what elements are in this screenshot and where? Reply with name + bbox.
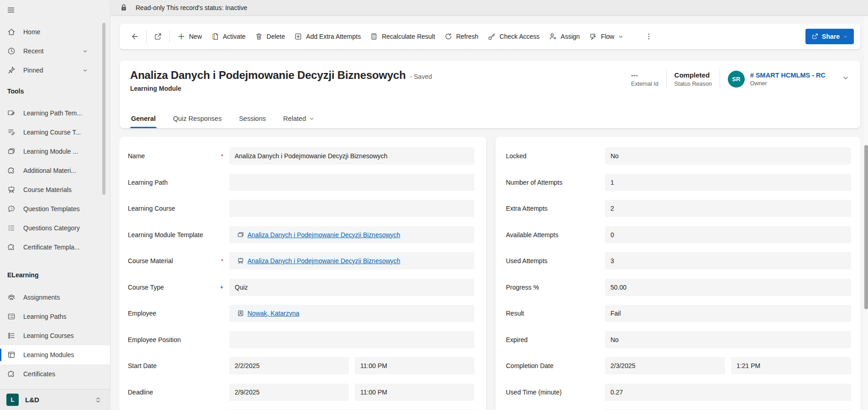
sidebar-item-learning-paths[interactable]: Learning Paths (0, 307, 110, 326)
field-label: Learning Module Template (128, 231, 203, 239)
sidebar-item-additional-materials[interactable]: Additional Materi... (0, 161, 110, 180)
learning-course-input[interactable] (229, 200, 474, 217)
tab-related[interactable]: Related (282, 115, 316, 128)
sidebar-item-label: Learning Path Tem... (23, 109, 82, 117)
puzzle-icon (7, 370, 16, 378)
divider (720, 70, 720, 88)
field-row-name: Name* Analiza Danych i Podejmowanie Decy… (128, 147, 474, 165)
deadline-time-input[interactable]: 11:00 PM (355, 384, 474, 401)
share-button[interactable]: Share (805, 29, 854, 44)
owner-link[interactable]: # SMART HCMLMS - RC (750, 72, 826, 79)
field-label: Employee Position (128, 336, 181, 343)
more-commands-button[interactable] (640, 28, 658, 45)
title-block: Analiza Danych i Podejmowanie Decyzji Bi… (130, 69, 432, 92)
name-input[interactable]: Analiza Danych i Podejmowanie Decyzji Bi… (229, 147, 474, 165)
main-scrollbar-track[interactable] (864, 16, 868, 410)
start-time-input[interactable]: 11:00 PM (355, 357, 474, 374)
person-badge-icon (237, 310, 244, 317)
windows-stack-icon (7, 147, 16, 156)
learning-module-template-input[interactable]: Analiza Danych i Podejmowanie Decyzji Bi… (229, 226, 474, 244)
status-reason-field: Completed Status Reason (674, 71, 712, 87)
collapse-header-button[interactable] (842, 74, 849, 83)
deadline-date-input[interactable]: 2/9/2025 (229, 384, 349, 401)
sidebar-item-learning-module-templates[interactable]: Learning Module ... (0, 142, 110, 161)
field-row-course-material: Course Material* Analiza Danych i Podejm… (128, 252, 474, 270)
delete-button[interactable]: Delete (250, 28, 289, 45)
share-icon (811, 33, 819, 40)
add-extra-attempts-button[interactable]: Add Extra Attempts (289, 28, 365, 45)
start-date-input[interactable]: 2/2/2025 (229, 357, 349, 374)
course-type-input[interactable]: Quiz (229, 279, 474, 296)
back-arrow-icon (131, 32, 139, 41)
sidebar-item-assignments[interactable]: Assignments (0, 288, 110, 307)
used-time-input[interactable]: 0.27 (605, 384, 851, 401)
locked-input[interactable]: No (605, 147, 851, 165)
status-reason-label: Status Reason (674, 81, 712, 87)
completion-time-input[interactable]: 1:21 PM (731, 357, 851, 374)
record-header: Analiza Danych i Podejmowanie Decyzji Bi… (120, 61, 860, 128)
new-button[interactable]: New (173, 28, 206, 45)
employee-position-input[interactable] (229, 331, 474, 348)
learning-path-input[interactable] (229, 174, 474, 191)
sidebar-item-certificate-templates[interactable]: Certificate Templa... (0, 238, 110, 257)
assign-person-icon (549, 32, 557, 41)
employee-input[interactable]: Nowak, Katarzyna (229, 305, 474, 322)
chevron-updown-icon[interactable] (95, 396, 102, 404)
sidebar-item-learning-path-templates[interactable]: Learning Path Tem... (0, 104, 110, 123)
sidebar-item-questions-category[interactable]: Questions Category (0, 218, 110, 238)
divider (146, 30, 147, 43)
sidebar-item-certificates[interactable]: Certificates (0, 364, 110, 384)
sidebar-item-label: Course Materials (23, 186, 72, 193)
field-label: Progress % (506, 284, 539, 291)
sidebar-item-recent[interactable]: Recent (0, 42, 110, 61)
sidebar-item-label: Certificate Templa... (23, 244, 79, 251)
refresh-button[interactable]: Refresh (440, 28, 483, 45)
tab-quiz-responses[interactable]: Quiz Responses (172, 115, 222, 128)
sidebar-item-learning-course-templates[interactable]: Learning Course T... (0, 123, 110, 142)
check-access-button[interactable]: Check Access (483, 28, 544, 45)
main-scrollbar-thumb[interactable] (864, 145, 868, 309)
chevron-down-icon (309, 116, 315, 122)
course-material-input[interactable]: Analiza Danych i Podejmowanie Decyzji Bi… (229, 252, 474, 270)
course-material-link[interactable]: Analiza Danych i Podejmowanie Decyzji Bi… (247, 257, 400, 265)
field-label: Learning Path (128, 179, 168, 186)
content-area: New Activate Delete Add Extra Attempts (110, 16, 868, 410)
used-attempts-input[interactable]: 3 (605, 252, 851, 270)
hamburger-menu-button[interactable] (0, 0, 110, 19)
puzzle-icon (7, 166, 16, 175)
back-button[interactable] (126, 28, 143, 45)
sidebar-item-home[interactable]: Home (0, 22, 110, 42)
extra-attempts-input[interactable]: 2 (605, 200, 851, 217)
avatar: SR (728, 71, 745, 88)
sidebar-item-learning-modules[interactable]: Learning Modules (0, 345, 110, 364)
assign-button[interactable]: Assign (544, 28, 584, 45)
learning-module-template-link[interactable]: Analiza Danych i Podejmowanie Decyzji Bi… (247, 231, 400, 239)
refresh-icon (444, 32, 452, 41)
sidebar-item-label: Pinned (23, 67, 43, 74)
chevron-down-icon[interactable] (82, 48, 88, 54)
tab-sessions[interactable]: Sessions (238, 115, 267, 128)
expired-input[interactable]: No (605, 331, 851, 348)
recalculate-result-button[interactable]: Recalculate Result (365, 28, 440, 45)
available-attempts-input[interactable]: 0 (605, 226, 851, 244)
employee-link[interactable]: Nowak, Katarzyna (247, 310, 300, 317)
activate-button[interactable]: Activate (206, 28, 250, 45)
tab-general[interactable]: General (130, 115, 157, 128)
plus-icon (177, 32, 185, 41)
number-of-attempts-input[interactable]: 1 (605, 174, 851, 191)
completion-date-input[interactable]: 2/3/2025 (605, 357, 725, 374)
sidebar-item-learning-courses[interactable]: Learning Courses (0, 326, 110, 345)
activate-document-icon (211, 32, 219, 41)
sidebar-item-pinned[interactable]: Pinned (0, 61, 110, 80)
chevron-down-icon[interactable] (82, 67, 88, 73)
field-row-used-time: Used Time (minute) 0.27 (506, 384, 851, 401)
app-switcher[interactable]: L L&D (0, 389, 110, 410)
sidebar-item-question-templates[interactable]: Question Templates (0, 199, 110, 218)
sidebar-scrollbar[interactable] (102, 23, 105, 195)
sidebar-item-label: Home (23, 28, 40, 36)
progress-input[interactable]: 50.00 (605, 279, 851, 296)
popout-button[interactable] (149, 28, 167, 45)
flow-button[interactable]: Flow (584, 28, 629, 45)
sidebar-item-course-materials[interactable]: Course Materials (0, 180, 110, 199)
result-input[interactable]: Fail (605, 305, 851, 322)
